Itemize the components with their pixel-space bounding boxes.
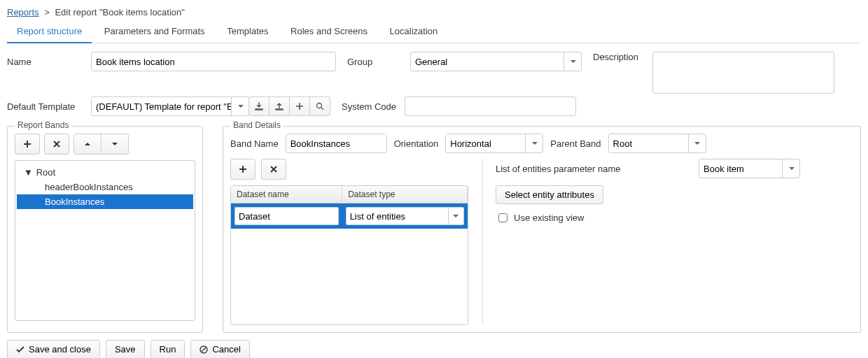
breadcrumb-current: Edit report "Book items location" bbox=[55, 7, 185, 17]
tree-item-header[interactable]: headerBookInstances bbox=[17, 180, 193, 194]
chevron-down-icon[interactable] bbox=[564, 52, 582, 71]
dataset-name-input[interactable] bbox=[234, 207, 339, 225]
download-icon[interactable] bbox=[248, 96, 270, 116]
add-dataset-button[interactable] bbox=[230, 159, 255, 180]
dataset-type-select[interactable] bbox=[346, 207, 464, 225]
tabbar: Report structure Parameters and Formats … bbox=[7, 20, 861, 43]
move-down-button[interactable] bbox=[101, 134, 129, 155]
tree-item-bookinstances[interactable]: BookInstances bbox=[17, 194, 193, 209]
select-attributes-button[interactable]: Select entity attributes bbox=[496, 185, 603, 204]
dataset-row[interactable] bbox=[231, 203, 468, 229]
band-details-title: Band Details bbox=[230, 120, 284, 130]
system-code-input[interactable] bbox=[405, 96, 576, 116]
description-input[interactable] bbox=[652, 52, 834, 94]
orientation-label: Orientation bbox=[394, 138, 439, 149]
upload-icon[interactable] bbox=[269, 96, 290, 116]
save-and-close-button[interactable]: Save and close bbox=[7, 340, 100, 358]
panel-resizer[interactable] bbox=[211, 120, 214, 333]
breadcrumb-separator: > bbox=[44, 7, 50, 17]
tree-toggle-icon[interactable]: ▼ bbox=[24, 167, 31, 178]
default-template-label: Default Template bbox=[7, 101, 91, 112]
run-button[interactable]: Run bbox=[150, 340, 186, 358]
tree-root-label: Root bbox=[36, 167, 55, 178]
bands-tree: ▼ Root headerBookInstances BookInstances bbox=[15, 160, 195, 321]
tab-roles-screens[interactable]: Roles and Screens bbox=[281, 20, 377, 42]
report-bands-panel: Report Bands ▼ Root headerBookI bbox=[7, 126, 203, 333]
group-select[interactable] bbox=[410, 52, 582, 71]
move-up-button[interactable] bbox=[74, 134, 102, 155]
col-dataset-name: Dataset name bbox=[231, 186, 342, 203]
chevron-down-icon[interactable] bbox=[448, 208, 463, 224]
parent-band-label: Parent Band bbox=[550, 138, 601, 149]
cancel-button[interactable]: Cancel bbox=[190, 340, 249, 358]
description-label: Description bbox=[593, 52, 652, 62]
svg-point-0 bbox=[317, 103, 322, 108]
remove-band-button[interactable] bbox=[44, 134, 69, 155]
add-band-button[interactable] bbox=[15, 134, 40, 155]
default-template-input[interactable] bbox=[91, 96, 249, 116]
system-code-label: System Code bbox=[342, 101, 405, 112]
name-input[interactable] bbox=[91, 52, 336, 71]
name-label: Name bbox=[7, 57, 91, 67]
save-and-close-label: Save and close bbox=[29, 344, 91, 355]
col-dataset-type: Dataset type bbox=[342, 186, 468, 203]
tab-report-structure[interactable]: Report structure bbox=[7, 20, 92, 43]
remove-dataset-button[interactable] bbox=[261, 159, 286, 180]
use-existing-view-label: Use existing view bbox=[514, 213, 584, 223]
band-name-input[interactable] bbox=[286, 134, 387, 153]
tab-parameters-formats[interactable]: Parameters and Formats bbox=[94, 20, 215, 42]
cancel-label: Cancel bbox=[212, 344, 240, 355]
breadcrumb-root-link[interactable]: Reports bbox=[7, 7, 39, 17]
dataset-table: Dataset name Dataset type bbox=[230, 185, 468, 325]
tab-localization[interactable]: Localization bbox=[380, 20, 448, 42]
save-button[interactable]: Save bbox=[106, 340, 145, 358]
chevron-down-icon[interactable] bbox=[782, 159, 800, 178]
group-label: Group bbox=[347, 57, 410, 67]
plus-icon[interactable] bbox=[289, 96, 310, 116]
tree-root[interactable]: ▼ Root bbox=[17, 165, 193, 180]
band-details-panel: Band Details Band Name Orientation Paren… bbox=[223, 126, 861, 333]
check-icon bbox=[16, 345, 24, 354]
chevron-down-icon[interactable] bbox=[688, 134, 706, 153]
param-name-label: List of entities parameter name bbox=[496, 164, 692, 174]
search-icon[interactable] bbox=[309, 96, 330, 116]
chevron-down-icon[interactable] bbox=[525, 134, 543, 153]
band-name-label: Band Name bbox=[230, 138, 279, 149]
breadcrumb: Reports > Edit report "Book items locati… bbox=[7, 7, 861, 17]
tab-templates[interactable]: Templates bbox=[217, 20, 278, 42]
use-existing-view-checkbox[interactable] bbox=[498, 213, 507, 222]
cancel-icon bbox=[200, 345, 208, 354]
report-bands-title: Report Bands bbox=[15, 120, 71, 130]
chevron-down-icon[interactable] bbox=[231, 96, 249, 116]
